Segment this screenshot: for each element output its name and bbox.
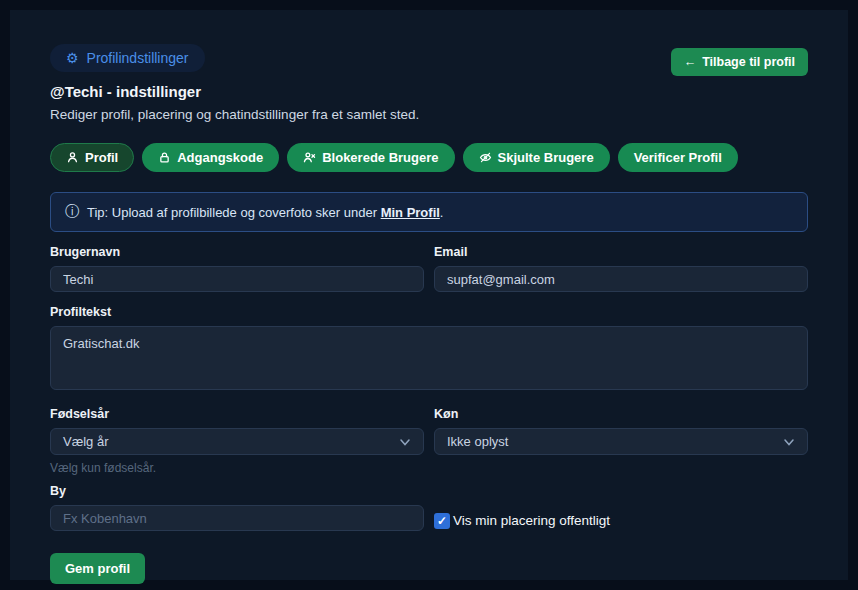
row-username-email: Brugernavn Email	[50, 245, 808, 292]
tab-label: Verificer Profil	[634, 150, 722, 165]
birth-year-label: Fødselsår	[50, 407, 424, 421]
email-label: Email	[434, 245, 808, 259]
birth-year-field-group: Fødselsår Vælg år Vælg kun fødselsår.	[50, 407, 424, 475]
save-profile-button[interactable]: Gem profil	[50, 553, 145, 584]
bio-label: Profiltekst	[50, 305, 808, 319]
birth-year-selected-value: Vælg år	[63, 434, 109, 449]
bio-textarea[interactable]: Gratischat.dk	[50, 326, 808, 390]
settings-tabs: Profil Adgangskode Blokerede Brugere	[50, 143, 808, 172]
profile-settings-panel: ⚙ Profilindstillinger @Techi - indstilli…	[10, 10, 848, 580]
lock-icon	[158, 151, 171, 164]
row-city-location: By ✓ Vis min placering offentligt	[50, 484, 808, 531]
info-icon: ⓘ	[65, 203, 79, 221]
back-to-profile-button[interactable]: ← Tilbage til profil	[671, 48, 808, 76]
tab-label: Adgangskode	[177, 150, 263, 165]
back-button-label: Tilbage til profil	[702, 55, 795, 69]
tip-text: Tip: Upload af profilbillede og coverfot…	[87, 205, 443, 220]
chevron-down-icon	[399, 436, 411, 451]
row-birthyear-gender: Fødselsår Vælg år Vælg kun fødselsår. Kø…	[50, 407, 808, 475]
tip-text-after: .	[440, 205, 444, 220]
city-label: By	[50, 484, 424, 498]
tab-label: Profil	[85, 150, 118, 165]
tab-profil[interactable]: Profil	[50, 143, 134, 172]
tab-adgangskode[interactable]: Adgangskode	[142, 143, 279, 172]
gender-label: Køn	[434, 407, 808, 421]
email-input[interactable]	[434, 266, 808, 292]
tab-skjulte-brugere[interactable]: Skjulte Brugere	[463, 143, 610, 172]
city-field-group: By	[50, 484, 424, 531]
birth-year-select[interactable]: Vælg år	[50, 428, 424, 455]
tab-label: Skjulte Brugere	[498, 150, 594, 165]
location-public-label: Vis min placering offentligt	[453, 513, 610, 528]
email-field-group: Email	[434, 245, 808, 292]
gender-field-group: Køn Ikke oplyst	[434, 407, 808, 475]
tip-text-before: Tip: Upload af profilbillede og coverfot…	[87, 205, 377, 220]
birth-year-helper: Vælg kun fødselsår.	[50, 461, 424, 475]
header: ⚙ Profilindstillinger @Techi - indstilli…	[50, 44, 808, 122]
location-public-checkbox-row[interactable]: ✓ Vis min placering offentligt	[434, 484, 808, 531]
min-profil-link[interactable]: Min Profil	[381, 205, 440, 220]
tab-label: Blokerede Brugere	[322, 150, 438, 165]
eye-off-icon	[479, 151, 492, 164]
gender-selected-value: Ikke oplyst	[447, 434, 508, 449]
tip-banner: ⓘ Tip: Upload af profilbillede og coverf…	[50, 192, 808, 232]
person-icon	[66, 151, 79, 164]
back-arrow-icon: ←	[684, 55, 697, 69]
section-badge: ⚙ Profilindstillinger	[50, 44, 205, 72]
page-subtitle: Rediger profil, placering og chatindstil…	[50, 107, 419, 122]
person-x-icon	[303, 151, 316, 164]
tab-verificer-profil[interactable]: Verificer Profil	[618, 143, 738, 172]
profile-form: Brugernavn Email Profiltekst Gratischat.…	[50, 245, 808, 584]
chevron-down-icon	[783, 436, 795, 451]
checkbox-checked-icon[interactable]: ✓	[434, 513, 450, 529]
bio-field-group: Profiltekst Gratischat.dk	[50, 305, 808, 394]
gear-icon: ⚙	[66, 51, 79, 65]
gender-select[interactable]: Ikke oplyst	[434, 428, 808, 455]
username-input[interactable]	[50, 266, 424, 292]
username-label: Brugernavn	[50, 245, 424, 259]
section-badge-label: Profilindstillinger	[87, 50, 189, 66]
username-field-group: Brugernavn	[50, 245, 424, 292]
header-left: ⚙ Profilindstillinger @Techi - indstilli…	[50, 44, 419, 122]
tab-blokerede-brugere[interactable]: Blokerede Brugere	[287, 143, 454, 172]
page-title: @Techi - indstillinger	[50, 83, 419, 100]
city-input[interactable]	[50, 505, 424, 531]
